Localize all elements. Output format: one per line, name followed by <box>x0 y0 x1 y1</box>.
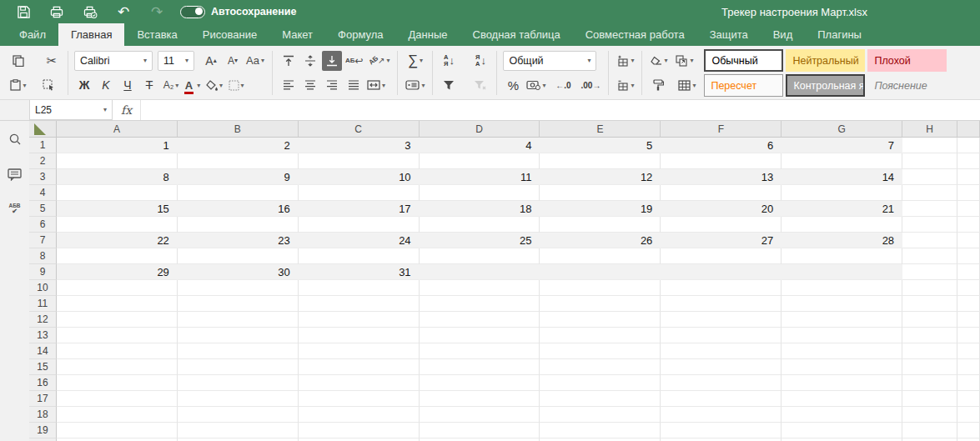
cell[interactable] <box>178 375 299 391</box>
cell[interactable] <box>57 391 178 407</box>
cell[interactable] <box>540 185 661 201</box>
cell[interactable] <box>781 217 902 233</box>
tab-главная[interactable]: Главная <box>58 23 124 46</box>
row-header-13[interactable]: 13 <box>29 328 57 343</box>
cell[interactable] <box>661 407 781 423</box>
cell[interactable] <box>902 359 957 375</box>
autosave-toggle[interactable] <box>180 6 205 18</box>
cell[interactable] <box>957 264 980 280</box>
row-header-12[interactable]: 12 <box>29 312 57 328</box>
cell[interactable] <box>420 280 540 296</box>
cell[interactable] <box>420 248 540 264</box>
cell[interactable] <box>957 343 980 359</box>
cell[interactable] <box>178 312 299 328</box>
sort-desc-icon[interactable]: ЯА ↓ <box>470 51 490 71</box>
cell[interactable] <box>781 343 902 359</box>
wrap-text-icon[interactable]: АБ↩ <box>344 51 365 71</box>
clear-icon[interactable]: ▾ <box>648 51 669 71</box>
row-header-11[interactable]: 11 <box>29 296 57 312</box>
cell[interactable] <box>420 407 540 423</box>
row-header-15[interactable]: 15 <box>29 359 57 375</box>
column-header-F[interactable]: F <box>661 121 781 138</box>
cell[interactable] <box>540 280 661 296</box>
cell[interactable]: 27 <box>661 233 781 248</box>
cell[interactable] <box>902 391 957 407</box>
cell[interactable]: 1 <box>57 138 178 153</box>
cell[interactable] <box>661 359 781 375</box>
cell[interactable] <box>540 423 661 438</box>
cell[interactable] <box>957 233 980 248</box>
row-header-17[interactable]: 17 <box>29 391 57 407</box>
cell-style-5[interactable]: Пояснение <box>867 74 947 97</box>
select-icon[interactable] <box>38 75 58 95</box>
row-header-1[interactable]: 1 <box>29 138 57 153</box>
row-header-8[interactable]: 8 <box>29 248 57 264</box>
save-icon[interactable] <box>7 6 40 18</box>
cell[interactable] <box>299 153 420 169</box>
sort-asc-icon[interactable]: АЯ ↓ <box>439 51 459 71</box>
cell[interactable] <box>299 217 420 233</box>
cell[interactable] <box>540 248 661 264</box>
cell[interactable] <box>57 343 178 359</box>
cell[interactable] <box>299 343 420 359</box>
cell[interactable]: 26 <box>540 233 661 248</box>
cell[interactable] <box>781 375 902 391</box>
cell[interactable] <box>178 248 299 264</box>
decrease-font-icon[interactable]: A▾ <box>223 51 243 71</box>
percent-style-button[interactable]: % <box>503 75 523 95</box>
column-header-D[interactable]: D <box>420 121 540 138</box>
cell[interactable] <box>299 407 420 423</box>
cell[interactable] <box>902 296 957 312</box>
cell-style-2[interactable]: Плохой <box>867 49 947 72</box>
increase-font-icon[interactable]: A▴ <box>201 51 221 71</box>
cell[interactable] <box>299 359 420 375</box>
cell[interactable] <box>781 185 902 201</box>
cell[interactable] <box>57 280 178 296</box>
quick-print-icon[interactable] <box>73 6 107 18</box>
row-header-5[interactable]: 5 <box>29 201 57 217</box>
row-header-14[interactable]: 14 <box>29 343 57 359</box>
decrease-decimal-button[interactable]: ←.0 <box>553 75 573 95</box>
cell[interactable] <box>902 264 957 280</box>
cell[interactable] <box>540 407 661 423</box>
cell[interactable]: 29 <box>57 264 178 280</box>
cell[interactable] <box>957 248 980 264</box>
cell[interactable] <box>540 328 661 343</box>
cell[interactable] <box>661 185 781 201</box>
cell[interactable]: 3 <box>299 138 420 153</box>
cell[interactable] <box>540 359 661 375</box>
cell[interactable] <box>57 153 178 169</box>
cell[interactable]: 8 <box>57 169 178 185</box>
cell[interactable] <box>178 359 299 375</box>
justify-icon[interactable] <box>344 75 364 95</box>
select-all-corner[interactable] <box>29 121 57 138</box>
merge-cells-icon[interactable]: ▾ <box>365 75 387 95</box>
cell[interactable] <box>420 312 540 328</box>
cell[interactable] <box>299 248 420 264</box>
cell[interactable] <box>420 391 540 407</box>
clear-filter-icon[interactable] <box>470 75 490 95</box>
currency-style-icon[interactable]: ▾ <box>525 75 547 95</box>
cell[interactable]: 25 <box>420 233 540 248</box>
cell[interactable] <box>420 359 540 375</box>
conditional-formatting-icon[interactable]: ▾ <box>674 51 695 71</box>
fx-icon[interactable]: fx <box>113 100 141 120</box>
row-header-16[interactable]: 16 <box>29 375 57 391</box>
cell[interactable] <box>781 312 902 328</box>
cell[interactable] <box>902 233 957 248</box>
cell[interactable] <box>902 153 957 169</box>
cell[interactable] <box>902 375 957 391</box>
cell-style-3[interactable]: Пересчет <box>704 74 783 97</box>
cell[interactable] <box>299 391 420 407</box>
cell[interactable] <box>540 391 661 407</box>
increase-decimal-button[interactable]: .00→ <box>579 75 602 95</box>
cell[interactable] <box>957 138 980 153</box>
undo-icon[interactable]: ↶ <box>107 5 140 19</box>
align-middle-icon[interactable] <box>300 51 320 71</box>
cell[interactable]: 6 <box>661 138 781 153</box>
font-name-select[interactable]: Calibri▾ <box>74 51 153 71</box>
cell[interactable] <box>781 248 902 264</box>
cell[interactable] <box>299 312 420 328</box>
cell[interactable] <box>781 264 902 280</box>
cell[interactable] <box>902 248 957 264</box>
